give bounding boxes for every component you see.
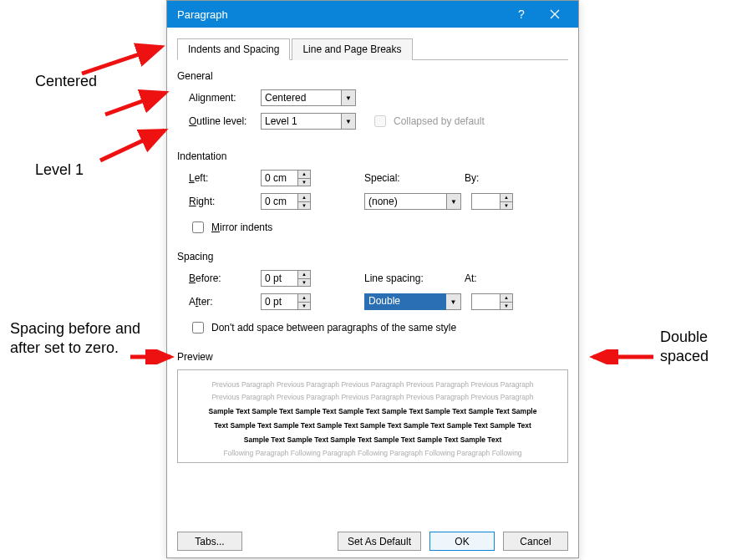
collapsed-input — [374, 115, 386, 127]
spin-down-icon[interactable]: ▼ — [500, 302, 513, 311]
arrow-icon — [74, 40, 174, 82]
arrow-icon — [99, 88, 174, 121]
help-button[interactable]: ? — [505, 1, 538, 28]
special-label: Special: — [364, 172, 465, 184]
preview-box: Previous Paragraph Previous Paragraph Pr… — [177, 369, 568, 463]
svg-line-1 — [105, 93, 165, 115]
chevron-down-icon[interactable]: ▼ — [446, 293, 461, 310]
titlebar: Paragraph ? — [167, 1, 578, 28]
preview-sample: Sample Text Sample Text Sample Text Samp… — [190, 405, 556, 419]
left-label: Left: — [189, 172, 261, 184]
alignment-combo[interactable]: ▼ — [261, 89, 356, 106]
tab-strip: Indents and Spacing Line and Page Breaks — [177, 38, 568, 60]
paragraph-dialog: Paragraph ? Indents and Spacing Line and… — [166, 0, 579, 558]
tab-line-page-breaks[interactable]: Line and Page Breaks — [292, 38, 412, 60]
special-value[interactable] — [364, 193, 446, 210]
line-spacing-label: Line spacing: — [364, 272, 465, 284]
chevron-down-icon[interactable]: ▼ — [341, 113, 356, 130]
before-spinner[interactable]: ▲▼ — [261, 270, 311, 287]
outline-value[interactable] — [261, 113, 341, 130]
left-value[interactable] — [261, 170, 297, 186]
dont-add-space-label: Don't add space between paragraphs of th… — [211, 322, 456, 333]
arrow-icon — [94, 125, 173, 167]
dialog-footer: Tabs... Set As Default OK Cancel — [177, 532, 568, 551]
spin-down-icon[interactable]: ▼ — [297, 178, 311, 187]
ok-button[interactable]: OK — [429, 532, 495, 551]
section-general: General — [177, 70, 568, 82]
close-button[interactable] — [538, 1, 572, 28]
tab-indents-spacing[interactable]: Indents and Spacing — [177, 38, 290, 60]
line-spacing-value[interactable]: Double — [364, 293, 446, 310]
special-combo[interactable]: ▼ — [364, 193, 461, 210]
spin-down-icon[interactable]: ▼ — [297, 278, 311, 288]
at-label: At: — [465, 272, 486, 284]
alignment-value[interactable] — [261, 89, 341, 106]
dialog-body: Indents and Spacing Line and Page Breaks… — [167, 28, 578, 470]
svg-line-0 — [82, 47, 161, 74]
before-value[interactable] — [261, 270, 297, 287]
chevron-down-icon[interactable]: ▼ — [446, 193, 461, 210]
preview-prev: Previous Paragraph Previous Paragraph Pr… — [190, 391, 556, 404]
arrow-icon — [127, 349, 177, 364]
cancel-button[interactable]: Cancel — [503, 532, 568, 551]
collapsed-label: Collapsed by default — [394, 115, 485, 127]
spin-up-icon[interactable]: ▲ — [297, 293, 311, 302]
spin-up-icon[interactable]: ▲ — [297, 193, 311, 201]
spin-up-icon[interactable]: ▲ — [297, 270, 311, 278]
line-spacing-combo[interactable]: Double ▼ — [364, 293, 461, 310]
preview-sample: Sample Text Sample Text Sample Text Samp… — [190, 433, 556, 447]
right-value[interactable] — [261, 193, 297, 210]
spin-up-icon[interactable]: ▲ — [500, 193, 513, 201]
at-value[interactable] — [471, 293, 500, 310]
mirror-indents-checkbox[interactable]: Mirror indents — [189, 219, 568, 236]
svg-line-2 — [100, 130, 165, 160]
spin-down-icon[interactable]: ▼ — [297, 201, 311, 211]
at-spinner[interactable]: ▲▼ — [471, 293, 513, 310]
arrow-icon — [585, 349, 660, 364]
by-label: By: — [465, 172, 486, 184]
spin-up-icon[interactable]: ▲ — [297, 170, 311, 178]
right-spinner[interactable]: ▲▼ — [261, 193, 311, 210]
preview-sample: Text Sample Text Sample Text Sample Text… — [190, 419, 556, 433]
annotation-level1: Level 1 — [35, 160, 84, 180]
tabs-button[interactable]: Tabs... — [177, 532, 242, 551]
dialog-title: Paragraph — [177, 8, 505, 21]
after-value[interactable] — [261, 293, 297, 310]
outline-label: Outline level: — [189, 115, 261, 127]
chevron-down-icon[interactable]: ▼ — [341, 89, 356, 106]
outline-combo[interactable]: ▼ — [261, 113, 356, 130]
dont-add-space-checkbox[interactable]: Don't add space between paragraphs of th… — [189, 319, 568, 336]
mirror-indents-input[interactable] — [192, 221, 204, 233]
mirror-indents-label: Mirror indents — [211, 221, 272, 233]
section-preview: Preview — [177, 351, 568, 363]
spin-up-icon[interactable]: ▲ — [500, 293, 513, 302]
preview-follow: Following Paragraph Following Paragraph … — [190, 447, 556, 460]
section-spacing: Spacing — [177, 251, 568, 262]
after-spinner[interactable]: ▲▼ — [261, 293, 311, 310]
after-label: After: — [189, 296, 261, 308]
section-indentation: Indentation — [177, 150, 568, 162]
dont-add-space-input[interactable] — [192, 322, 204, 333]
annotation-double-spaced: Double spaced — [660, 328, 744, 365]
spin-down-icon[interactable]: ▼ — [297, 302, 311, 311]
close-icon — [550, 9, 560, 19]
by-spinner[interactable]: ▲▼ — [471, 193, 513, 210]
before-label: Before: — [189, 272, 261, 284]
spin-down-icon[interactable]: ▼ — [500, 201, 513, 211]
by-value[interactable] — [471, 193, 500, 210]
left-spinner[interactable]: ▲▼ — [261, 170, 311, 186]
preview-prev: Previous Paragraph Previous Paragraph Pr… — [190, 379, 556, 391]
right-label: Right: — [189, 196, 261, 207]
alignment-label: Alignment: — [189, 92, 261, 104]
collapsed-checkbox: Collapsed by default — [371, 113, 485, 130]
set-as-default-button[interactable]: Set As Default — [338, 532, 421, 551]
